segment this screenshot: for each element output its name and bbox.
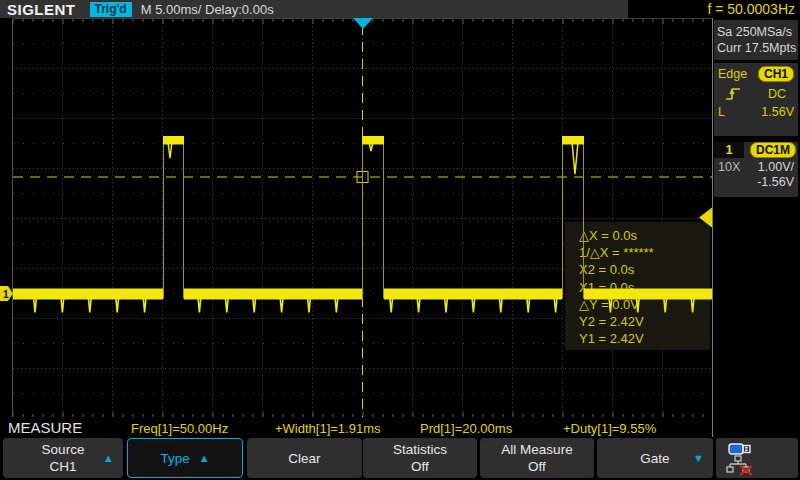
measurement-pwidth: +Width[1]=1.91ms bbox=[275, 421, 381, 436]
trigger-level-value: 1.56V bbox=[761, 105, 794, 119]
lan-disconnected-icon bbox=[726, 455, 758, 477]
cursor-delta-y: △Y = 0.0V bbox=[579, 296, 710, 313]
trigger-position-marker bbox=[353, 18, 373, 29]
status-icon-panel bbox=[716, 438, 798, 478]
trigger-coupling: DC bbox=[768, 87, 786, 101]
menu-up-arrow-icon: ▲ bbox=[103, 450, 114, 467]
acquisition-info-box: Sa 250MSa/s Curr 17.5Mpts bbox=[714, 20, 798, 60]
measurement-freq: Freq[1]=50.00Hz bbox=[131, 421, 228, 436]
statistics-label: Statistics bbox=[393, 441, 447, 458]
trigger-source-badge: CH1 bbox=[758, 66, 794, 82]
gate-button[interactable]: Gate ▼ bbox=[597, 438, 713, 478]
trigger-info-box[interactable]: Edge CH1 DC L 1.56V bbox=[714, 63, 798, 136]
menu-down-arrow-icon: ▼ bbox=[693, 450, 704, 467]
clear-button[interactable]: Clear bbox=[247, 438, 362, 478]
measure-title: MEASURE bbox=[8, 419, 82, 436]
rising-edge-icon bbox=[724, 85, 744, 102]
cursor-readout-panel[interactable]: △X = 0.0s 1/△X = ****** X2 = 0.0s X1 = 0… bbox=[565, 222, 710, 350]
source-label: Source bbox=[42, 441, 85, 458]
measurement-pduty: +Duty[1]=9.55% bbox=[563, 421, 656, 436]
frequency-counter: f = 50.0003Hz bbox=[707, 1, 795, 17]
statistics-value: Off bbox=[411, 458, 429, 475]
memory-depth: Curr 17.5Mpts bbox=[717, 41, 798, 55]
usb-icon bbox=[728, 442, 754, 456]
svg-text:1: 1 bbox=[3, 289, 9, 300]
timebase-readout[interactable]: M 5.00ms/ Delay:0.00s bbox=[141, 2, 274, 17]
all-measure-value: Off bbox=[528, 458, 546, 475]
frequency-counter-zone: f = 50.0003Hz bbox=[628, 0, 800, 18]
trigger-level-label: L bbox=[718, 105, 725, 119]
menu-up-arrow-icon: ▲ bbox=[199, 450, 210, 467]
gate-label: Gate bbox=[640, 450, 669, 467]
all-measure-button[interactable]: All Measure Off bbox=[480, 438, 594, 478]
trigger-status-badge: Trig'd bbox=[90, 2, 132, 17]
cursor-x1: X1 = 0.0s bbox=[579, 279, 710, 296]
probe-attenuation: 10X bbox=[718, 160, 740, 174]
cursor-inv-delta-x: 1/△X = ****** bbox=[579, 244, 710, 261]
clear-label: Clear bbox=[288, 450, 320, 467]
statistics-button[interactable]: Statistics Off bbox=[363, 438, 477, 478]
source-button[interactable]: Source CH1 ▲ bbox=[3, 438, 123, 478]
channel1-marker bbox=[0, 286, 13, 301]
cursor-x2: X2 = 0.0s bbox=[579, 261, 710, 278]
channel-coupling-badge: DC1M bbox=[750, 142, 796, 158]
cursor-delta-x: △X = 0.0s bbox=[579, 227, 710, 244]
sample-rate: Sa 250MSa/s bbox=[717, 25, 798, 39]
trigger-type: Edge bbox=[718, 67, 747, 81]
measure-strip: MEASURE Freq[1]=50.00Hz +Width[1]=1.91ms… bbox=[0, 417, 712, 437]
source-value: CH1 bbox=[49, 458, 76, 475]
channel-offset: -1.56V bbox=[757, 175, 794, 189]
channel1-info-box[interactable]: 1 DC1M 10X 1.00V/ -1.56V bbox=[714, 142, 798, 197]
cursor-y1: Y1 = 2.42V bbox=[579, 330, 710, 347]
measurement-period: Prd[1]=20.00ms bbox=[420, 421, 512, 436]
type-button[interactable]: Type ▲ bbox=[127, 438, 243, 478]
siglent-logo: SIGLENT bbox=[7, 1, 76, 18]
sidebar-divider bbox=[712, 18, 713, 437]
type-label: Type bbox=[160, 450, 189, 467]
channel-number: 1 bbox=[714, 142, 744, 158]
volts-per-div: 1.00V/ bbox=[758, 160, 794, 174]
cursor-y2: Y2 = 2.42V bbox=[579, 313, 710, 330]
softkey-menu: Source CH1 ▲ Type ▲ Clear Statistics Off… bbox=[0, 437, 800, 480]
all-measure-label: All Measure bbox=[501, 441, 572, 458]
cursor-intersection-marker bbox=[357, 172, 368, 183]
